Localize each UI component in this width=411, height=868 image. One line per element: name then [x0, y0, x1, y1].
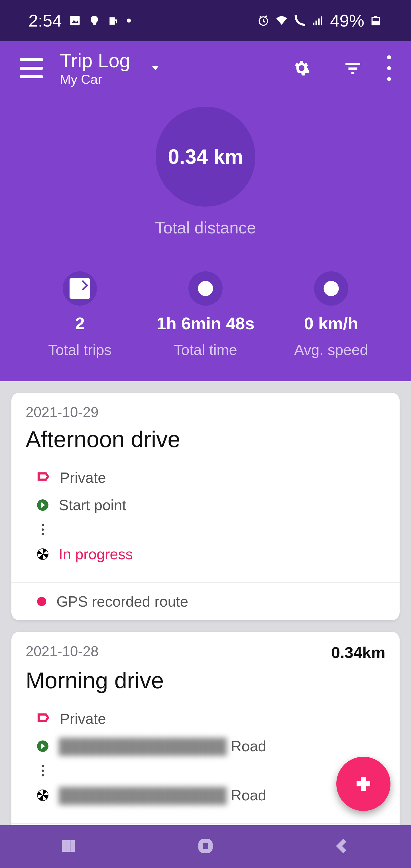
- start-icon: [37, 499, 48, 511]
- route-dots-icon: [42, 765, 44, 776]
- trip-title: Afternoon drive: [11, 424, 400, 461]
- more-vertical-icon: [387, 55, 391, 59]
- svg-rect-11: [372, 21, 379, 25]
- gear-icon: [293, 59, 310, 77]
- trips-icon: [63, 271, 97, 306]
- trip-footer: GPS recorded route: [57, 593, 188, 610]
- title-dropdown[interactable]: Trip Log My Car: [60, 49, 130, 87]
- gauge-icon: [314, 271, 348, 306]
- trip-distance: 0.34km: [331, 643, 385, 662]
- app-title: Trip Log: [60, 49, 130, 72]
- svg-rect-6: [313, 23, 315, 25]
- svg-rect-3: [93, 23, 96, 25]
- gps-dot-icon: [37, 597, 46, 606]
- svg-rect-4: [109, 18, 114, 25]
- stat-value: 2: [75, 314, 84, 333]
- total-distance-circle[interactable]: 0.34 km: [156, 107, 255, 207]
- start-icon: [37, 740, 48, 752]
- plus-icon: [353, 774, 374, 794]
- overflow-button[interactable]: [387, 52, 391, 85]
- svg-rect-16: [351, 72, 354, 74]
- battery-pct: 49%: [330, 11, 364, 31]
- svg-rect-14: [345, 63, 360, 65]
- status-right: 49%: [257, 11, 382, 31]
- signal-icon: [312, 14, 324, 27]
- status-time: 2:54: [29, 11, 62, 31]
- tag-icon: [37, 469, 49, 486]
- settings-button[interactable]: [292, 58, 311, 78]
- stat-label: Total trips: [48, 341, 112, 359]
- system-navbar: [0, 825, 411, 868]
- filter-icon: [344, 59, 362, 77]
- end-icon: [37, 789, 48, 801]
- alarm-icon: [257, 14, 270, 27]
- stat-value: 1h 6min 48s: [157, 314, 254, 333]
- chevron-down-icon[interactable]: [150, 62, 161, 74]
- app-bar: Trip Log My Car: [0, 41, 411, 95]
- trip-start: Start point: [59, 496, 126, 514]
- stat-avg-speed[interactable]: 0 km/h Avg. speed: [268, 271, 394, 359]
- battery-icon: [370, 14, 382, 27]
- trip-category: Private: [60, 469, 106, 486]
- total-distance-value: 0.34 km: [168, 145, 243, 168]
- svg-marker-13: [152, 66, 159, 70]
- status-left: 2:54: [29, 11, 131, 31]
- image-icon: [69, 14, 81, 27]
- call-icon: [294, 14, 306, 27]
- nav-recent-button[interactable]: [60, 837, 77, 856]
- stat-label: Avg. speed: [294, 341, 368, 359]
- stat-value: 0 km/h: [304, 314, 358, 333]
- stat-total-trips[interactable]: 2 Total trips: [17, 271, 143, 359]
- stat-total-time[interactable]: 1h 6min 48s Total time: [143, 271, 269, 359]
- trip-date: 2021-10-28: [26, 643, 99, 660]
- trip-date: 2021-10-29: [26, 404, 99, 421]
- trip-end: ████████████████ Road: [59, 787, 266, 804]
- fuel-icon: [107, 14, 120, 27]
- stat-label: Total time: [174, 341, 237, 359]
- nav-back-button[interactable]: [334, 837, 351, 856]
- route-dots-icon: [42, 524, 44, 535]
- svg-rect-8: [318, 19, 320, 25]
- wifi-icon: [275, 14, 288, 27]
- status-bar: 2:54 49%: [0, 0, 411, 41]
- trip-category: Private: [60, 710, 106, 727]
- svg-rect-0: [70, 16, 79, 25]
- end-icon: [37, 549, 48, 560]
- app-subtitle: My Car: [60, 72, 130, 87]
- trip-end: In progress: [59, 546, 133, 563]
- summary-section: 0.34 km Total distance 2 Total trips 1h …: [0, 95, 411, 381]
- total-distance-label: Total distance: [0, 218, 411, 237]
- trip-card[interactable]: 2021-10-29 Afternoon drive Private Start…: [11, 393, 400, 620]
- trip-title: Morning drive: [11, 664, 400, 702]
- svg-rect-24: [200, 841, 210, 851]
- clock-icon: [189, 271, 222, 306]
- stat-row: 2 Total trips 1h 6min 48s Total time 0 k…: [0, 271, 411, 359]
- status-dot: [127, 19, 131, 23]
- svg-rect-9: [321, 16, 322, 25]
- trip-start: ████████████████ Road: [59, 738, 266, 755]
- filter-button[interactable]: [343, 58, 363, 78]
- menu-button[interactable]: [20, 58, 43, 78]
- svg-point-2: [91, 16, 98, 23]
- nav-home-button[interactable]: [197, 837, 214, 856]
- bulb-icon: [88, 14, 101, 27]
- svg-rect-15: [349, 67, 357, 70]
- add-trip-button[interactable]: [336, 757, 390, 811]
- svg-rect-7: [315, 21, 317, 25]
- svg-rect-12: [374, 16, 377, 18]
- tag-icon: [37, 710, 49, 727]
